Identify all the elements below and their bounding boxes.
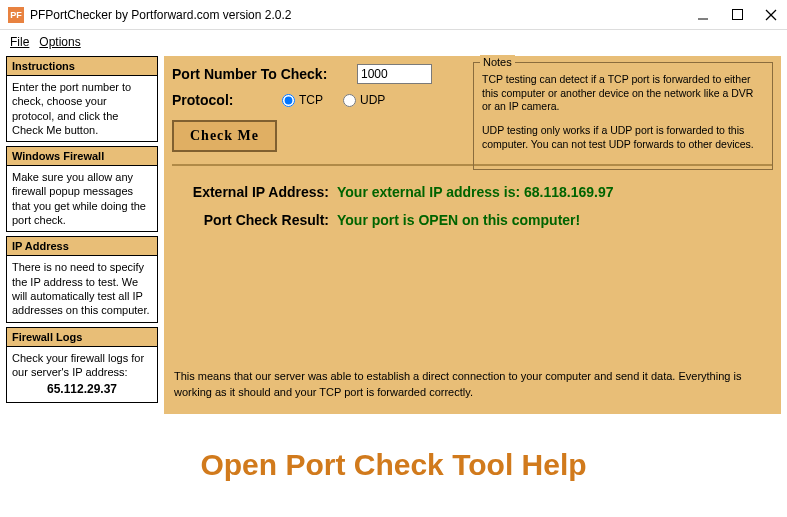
- protocol-label: Protocol:: [172, 92, 272, 108]
- instructions-head: Instructions: [7, 57, 157, 76]
- titlebar: PF PFPortChecker by Portforward.com vers…: [0, 0, 787, 30]
- radio-udp[interactable]: UDP: [343, 93, 385, 107]
- firewall-head: Windows Firewall: [7, 147, 157, 166]
- notes-p2: UDP testing only works if a UDP port is …: [482, 124, 764, 151]
- result-label: Port Check Result:: [172, 212, 337, 228]
- logs-head: Firewall Logs: [7, 328, 157, 347]
- radio-tcp-input[interactable]: [282, 94, 295, 107]
- logs-body: Check your firewall logs for our server'…: [7, 347, 157, 402]
- minimize-button[interactable]: [695, 7, 711, 23]
- port-input[interactable]: [357, 64, 432, 84]
- maximize-button[interactable]: [729, 7, 745, 23]
- server-ip: 65.112.29.37: [12, 382, 152, 398]
- ip-head: IP Address: [7, 237, 157, 256]
- radio-udp-label: UDP: [360, 93, 385, 107]
- menubar: File Options: [0, 30, 787, 54]
- radio-udp-input[interactable]: [343, 94, 356, 107]
- radio-tcp-label: TCP: [299, 93, 323, 107]
- firewall-box: Windows Firewall Make sure you allow any…: [6, 146, 158, 232]
- result-value: Your port is OPEN on this computer!: [337, 212, 580, 228]
- ip-box: IP Address There is no need to specify t…: [6, 236, 158, 322]
- window-title: PFPortChecker by Portforward.com version…: [30, 8, 695, 22]
- radio-tcp[interactable]: TCP: [282, 93, 323, 107]
- ip-body: There is no need to specify the IP addre…: [7, 256, 157, 321]
- menu-options[interactable]: Options: [35, 33, 84, 51]
- main-panel: Port Number To Check: Protocol: TCP UDP …: [164, 56, 781, 414]
- footnote: This means that our server was able to e…: [174, 369, 771, 400]
- firewall-body: Make sure you allow any firewall popup m…: [7, 166, 157, 231]
- port-label: Port Number To Check:: [172, 66, 347, 82]
- ext-ip-value: Your external IP address is: 68.118.169.…: [337, 184, 614, 200]
- sidebar: Instructions Enter the port number to ch…: [6, 56, 158, 414]
- notes-legend: Notes: [480, 55, 515, 69]
- logs-text: Check your firewall logs for our server'…: [12, 352, 144, 378]
- instructions-box: Instructions Enter the port number to ch…: [6, 56, 158, 142]
- menu-file[interactable]: File: [6, 33, 33, 51]
- page-title: Open Port Check Tool Help: [0, 448, 787, 482]
- ext-ip-label: External IP Address:: [172, 184, 337, 200]
- notes-box: Notes TCP testing can detect if a TCP po…: [473, 62, 773, 170]
- close-button[interactable]: [763, 7, 779, 23]
- check-me-button[interactable]: Check Me: [172, 120, 277, 152]
- logs-box: Firewall Logs Check your firewall logs f…: [6, 327, 158, 403]
- notes-p1: TCP testing can detect if a TCP port is …: [482, 73, 764, 114]
- svg-rect-1: [732, 10, 742, 20]
- app-icon: PF: [8, 7, 24, 23]
- instructions-body: Enter the port number to check, choose y…: [7, 76, 157, 141]
